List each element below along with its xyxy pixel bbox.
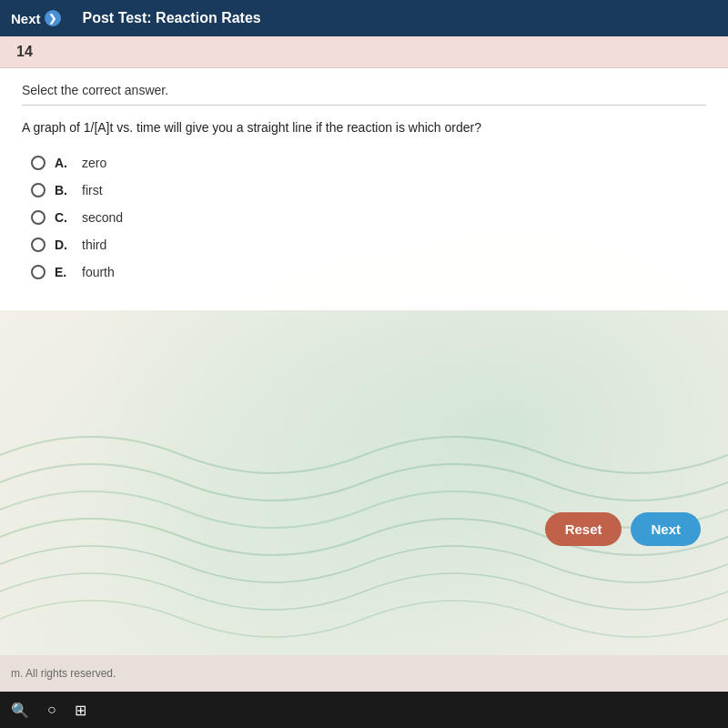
- option-text-e: fourth: [82, 265, 115, 279]
- option-radio-d[interactable]: [31, 238, 46, 252]
- next-nav-label: Next: [11, 11, 41, 26]
- option-text-c: second: [82, 210, 123, 225]
- question-card: 14 Select the correct answer. A graph of…: [0, 36, 728, 310]
- reset-button[interactable]: Reset: [545, 512, 622, 546]
- option-radio-c[interactable]: [31, 210, 46, 225]
- question-number-row: 14: [0, 36, 728, 68]
- options-list: A. zero B. first C. second D. third: [31, 156, 706, 279]
- option-radio-a[interactable]: [31, 156, 46, 170]
- question-number: 14: [16, 44, 33, 59]
- option-label-d: D.: [55, 238, 73, 252]
- page-title: Post Test: Reaction Rates: [83, 10, 261, 26]
- option-label-c: C.: [55, 210, 73, 225]
- search-icon[interactable]: 🔍: [11, 702, 29, 719]
- footer-text: m. All rights reserved.: [11, 667, 116, 680]
- list-item[interactable]: E. fourth: [31, 265, 706, 279]
- option-text-d: third: [82, 238, 106, 252]
- footer-bar: m. All rights reserved.: [0, 655, 728, 692]
- start-button-icon[interactable]: ○: [47, 702, 56, 718]
- option-text-b: first: [82, 183, 103, 197]
- option-label-e: E.: [55, 265, 73, 279]
- option-label-a: A.: [55, 156, 73, 170]
- main-content-area: 14 Select the correct answer. A graph of…: [0, 36, 728, 692]
- next-nav-item[interactable]: Next ❯: [11, 10, 61, 26]
- list-item[interactable]: B. first: [31, 183, 706, 197]
- option-radio-e[interactable]: [31, 265, 46, 279]
- task-view-icon[interactable]: ⊞: [75, 702, 86, 719]
- option-label-b: B.: [55, 183, 73, 197]
- action-buttons-row: Reset Next: [545, 512, 701, 546]
- instruction-text: Select the correct answer.: [22, 83, 706, 106]
- top-navigation-bar: Next ❯ Post Test: Reaction Rates: [0, 0, 728, 36]
- option-text-a: zero: [82, 156, 106, 170]
- next-arrow-icon: ❯: [45, 10, 61, 26]
- list-item[interactable]: A. zero: [31, 156, 706, 170]
- question-text: A graph of 1/[A]t vs. time will give you…: [22, 118, 706, 137]
- option-radio-b[interactable]: [31, 183, 46, 197]
- next-button[interactable]: Next: [631, 512, 701, 546]
- question-body: Select the correct answer. A graph of 1/…: [0, 68, 728, 310]
- taskbar: 🔍 ○ ⊞: [0, 692, 728, 728]
- list-item[interactable]: D. third: [31, 238, 706, 252]
- list-item[interactable]: C. second: [31, 210, 706, 225]
